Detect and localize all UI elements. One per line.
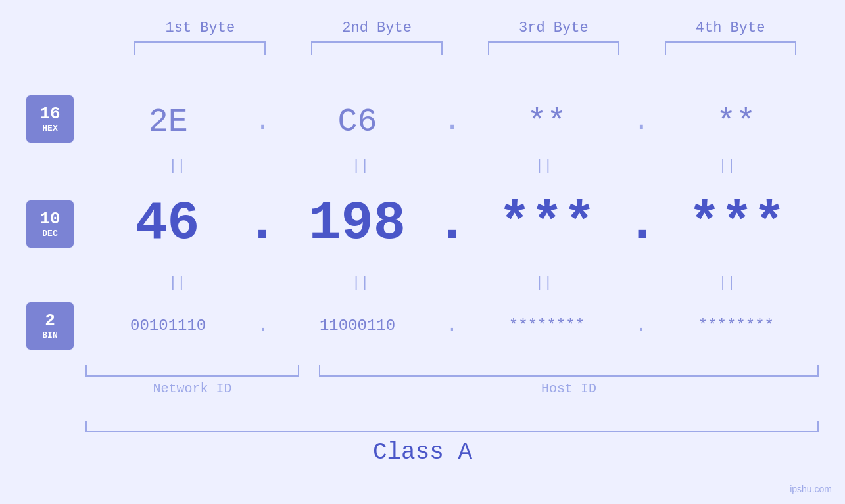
eq-6: || — [270, 275, 451, 291]
hex-val-1: 2E — [85, 103, 251, 141]
hex-name: HEX — [42, 124, 57, 133]
class-bracket — [85, 421, 819, 432]
byte-label-3: 3rd Byte — [466, 20, 642, 36]
byte-label-1: 1st Byte — [112, 20, 289, 36]
eq-3: || — [453, 158, 634, 174]
top-brackets — [112, 41, 819, 55]
header-row: 1st Byte 2nd Byte 3rd Byte 4th Byte — [112, 0, 819, 36]
equals-row-1: || || || || — [85, 158, 819, 174]
host-id-label: Host ID — [319, 381, 819, 396]
eq-5: || — [87, 275, 268, 291]
hex-val-2: C6 — [275, 103, 440, 141]
base-dec: 10 DEC — [26, 200, 74, 248]
hex-sep-3: . — [629, 106, 654, 137]
base-hex: 16 HEX — [26, 95, 74, 143]
bracket-gap — [299, 365, 319, 377]
bin-val-3: ******** — [464, 317, 629, 334]
bin-val-1: 00101110 — [85, 317, 251, 334]
bin-values-row: 00101110 . 11000110 . ******** . *******… — [85, 302, 819, 348]
hex-sep-1: . — [251, 106, 275, 137]
equals-row-2: || || || || — [85, 275, 819, 291]
byte-label-4: 4th Byte — [642, 20, 819, 36]
id-labels-row: Network ID Host ID — [85, 381, 819, 396]
hex-sep-2: . — [440, 106, 464, 137]
dec-sep-3: . — [629, 193, 655, 254]
eq-1: || — [87, 158, 268, 174]
dec-val-3: *** — [466, 193, 629, 254]
main-container: 1st Byte 2nd Byte 3rd Byte 4th Byte 16 H… — [0, 0, 845, 504]
bracket-2 — [311, 41, 443, 55]
hex-values-row: 2E . C6 . ** . ** — [85, 99, 819, 145]
bin-sep-2: . — [440, 315, 464, 336]
bin-val-2: 11000110 — [275, 317, 440, 334]
host-bracket — [319, 365, 819, 377]
dec-val-1: 46 — [85, 193, 249, 254]
hex-val-3: ** — [464, 103, 629, 141]
base-bin: 2 BIN — [26, 302, 74, 350]
bottom-brackets — [85, 365, 819, 377]
dec-val-4: *** — [655, 193, 819, 254]
eq-4: || — [637, 158, 817, 174]
network-bracket — [85, 365, 299, 377]
bin-name: BIN — [42, 331, 57, 340]
dec-name: DEC — [42, 229, 57, 239]
hex-val-4: ** — [654, 103, 819, 141]
bin-val-4: ******** — [654, 317, 819, 334]
bin-sep-3: . — [629, 315, 654, 336]
watermark: ipshu.com — [790, 484, 832, 494]
dec-sep-1: . — [249, 193, 276, 254]
hex-number: 16 — [39, 104, 60, 124]
byte-label-2: 2nd Byte — [289, 20, 466, 36]
eq-7: || — [453, 275, 634, 291]
dec-sep-2: . — [439, 193, 466, 254]
eq-2: || — [270, 158, 451, 174]
bracket-1 — [134, 41, 266, 55]
class-label: Class A — [0, 439, 845, 466]
dec-values-row: 46 . 198 . *** . *** — [85, 191, 819, 256]
bracket-4 — [665, 41, 796, 55]
bracket-3 — [488, 41, 619, 55]
bin-sep-1: . — [251, 315, 275, 336]
eq-8: || — [637, 275, 817, 291]
bin-number: 2 — [45, 311, 55, 331]
dec-val-2: 198 — [276, 193, 439, 254]
dec-number: 10 — [39, 210, 60, 229]
network-id-label: Network ID — [85, 381, 299, 396]
